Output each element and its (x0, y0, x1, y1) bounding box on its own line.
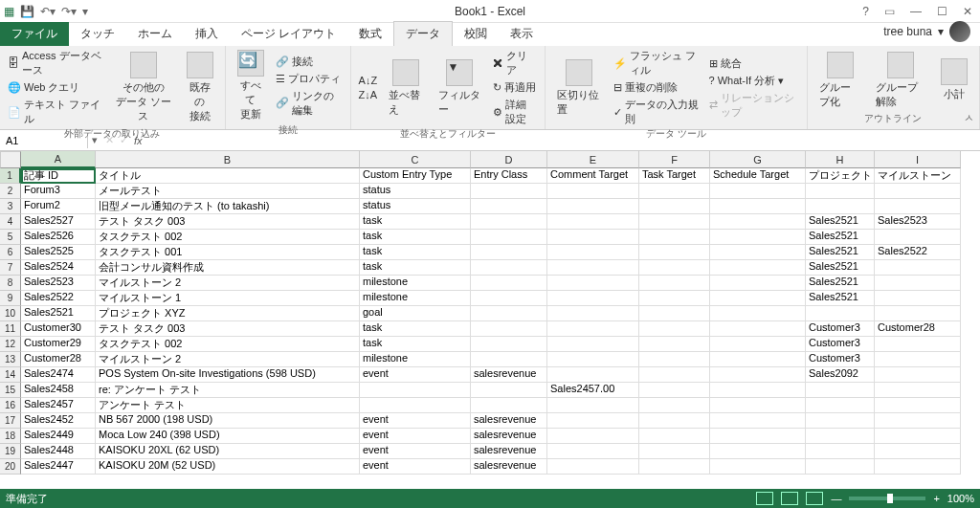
cell[interactable] (875, 367, 961, 383)
cell[interactable]: Sales2521 (21, 306, 96, 321)
cell[interactable] (639, 337, 710, 352)
zoom-out-button[interactable]: — (831, 493, 841, 504)
advanced-button[interactable]: ⚙詳細設定 (491, 97, 539, 127)
cell[interactable]: Forum3 (21, 184, 96, 199)
cell[interactable]: task (360, 214, 471, 230)
cell[interactable]: salesrevenue (471, 367, 547, 383)
cell[interactable]: event (360, 459, 471, 475)
tab-data[interactable]: データ (393, 21, 453, 46)
cell[interactable]: Customer28 (875, 321, 961, 337)
user-menu[interactable]: tree buna▾ (874, 17, 980, 46)
row-header[interactable]: 6 (0, 245, 21, 260)
cell[interactable]: Sales2521 (806, 245, 875, 260)
cell[interactable]: Sales2457 (21, 398, 96, 413)
cell[interactable] (547, 199, 639, 214)
zoom-level[interactable]: 100% (947, 493, 974, 504)
flash-fill-button[interactable]: ⚡フラッシュ フィル (612, 48, 703, 78)
cell[interactable] (806, 459, 875, 475)
cell[interactable]: task (360, 260, 471, 276)
relationship-button[interactable]: ⇄リレーションシップ (707, 90, 801, 121)
cell[interactable] (471, 306, 547, 321)
cell[interactable] (875, 429, 961, 444)
connections-button[interactable]: 🔗接続 (274, 54, 345, 70)
cell[interactable] (875, 276, 961, 291)
cell[interactable] (547, 352, 639, 367)
group-button[interactable]: グループ化 (813, 48, 866, 112)
cell[interactable] (471, 352, 547, 367)
cell[interactable] (710, 413, 806, 429)
cell[interactable] (639, 260, 710, 276)
consolidate-button[interactable]: ⊞統合 (707, 55, 801, 72)
cell[interactable]: task (360, 321, 471, 337)
cell[interactable]: Sales2523 (875, 214, 961, 230)
cell[interactable]: NB 567 2000 (198 USD) (96, 413, 360, 429)
cell[interactable] (547, 398, 639, 413)
cell[interactable]: アンケート テスト (96, 398, 360, 413)
cell[interactable]: Task Target (639, 168, 710, 184)
cell[interactable]: KAISOKU 20XL (62 USD) (96, 444, 360, 459)
cell[interactable]: Moca Low 240 (398 USD) (96, 429, 360, 444)
row-header[interactable]: 14 (0, 367, 21, 383)
qat-more-icon[interactable]: ▾ (82, 5, 88, 18)
cell[interactable] (710, 184, 806, 199)
cell[interactable] (875, 459, 961, 475)
cell[interactable]: Sales2525 (21, 245, 96, 260)
cell[interactable] (875, 291, 961, 306)
row-header[interactable]: 16 (0, 398, 21, 413)
cell[interactable] (471, 184, 547, 199)
maximize-icon[interactable]: ☐ (933, 5, 951, 18)
cell[interactable]: Sales2524 (21, 260, 96, 276)
page-break-view-button[interactable] (806, 492, 823, 505)
cell[interactable]: Entry Class (471, 168, 547, 184)
cell[interactable]: milestone (360, 291, 471, 306)
cell[interactable] (639, 291, 710, 306)
cell[interactable]: Sales2452 (21, 413, 96, 429)
cell[interactable]: goal (360, 306, 471, 321)
cell[interactable]: Sales2092 (806, 367, 875, 383)
cell[interactable]: Customer28 (21, 352, 96, 367)
tab-file[interactable]: ファイル (0, 22, 69, 46)
close-icon[interactable]: ✕ (959, 5, 976, 18)
cell[interactable] (639, 214, 710, 230)
cell[interactable] (471, 199, 547, 214)
cell[interactable] (710, 214, 806, 230)
ribbon-options-icon[interactable]: ▭ (880, 5, 899, 18)
cell[interactable] (710, 291, 806, 306)
cell[interactable] (471, 321, 547, 337)
cell[interactable] (710, 367, 806, 383)
existing-conn-button[interactable]: 既存の 接続 (181, 48, 219, 127)
cell[interactable]: re: アンケート テスト (96, 383, 360, 398)
row-header[interactable]: 8 (0, 276, 21, 291)
cell[interactable] (710, 398, 806, 413)
edit-links-button[interactable]: 🔗リンクの編集 (274, 88, 345, 119)
spreadsheet-grid[interactable]: 1234567891011121314151617181920ABCDEFGHI… (0, 151, 980, 492)
cell[interactable]: Customer30 (21, 321, 96, 337)
cell[interactable] (547, 444, 639, 459)
cell[interactable] (639, 398, 710, 413)
cell[interactable]: Custom Entry Type (360, 168, 471, 184)
cell[interactable] (710, 459, 806, 475)
text-file-button[interactable]: 📄テキスト ファイル (6, 97, 105, 127)
cell[interactable] (639, 413, 710, 429)
row-header[interactable]: 10 (0, 306, 21, 321)
cell[interactable]: Sales2527 (21, 214, 96, 230)
row-header[interactable]: 12 (0, 337, 21, 352)
cell[interactable] (710, 306, 806, 321)
sort-az-button[interactable]: A↓Z (357, 74, 380, 87)
cell[interactable]: Sales2521 (806, 230, 875, 245)
cell[interactable] (806, 398, 875, 413)
zoom-in-button[interactable]: + (933, 493, 939, 504)
cell[interactable]: event (360, 413, 471, 429)
tab-view[interactable]: 表示 (499, 22, 545, 46)
cell[interactable] (875, 413, 961, 429)
cell[interactable]: Sales2521 (806, 260, 875, 276)
zoom-slider[interactable] (849, 497, 925, 500)
cell[interactable]: 会計コンサル資料作成 (96, 260, 360, 276)
cell[interactable]: event (360, 367, 471, 383)
cell[interactable] (806, 306, 875, 321)
properties-button[interactable]: ☰プロパティ (274, 71, 345, 87)
cell[interactable] (471, 214, 547, 230)
row-header[interactable]: 2 (0, 184, 21, 199)
row-header[interactable]: 11 (0, 321, 21, 337)
row-header[interactable]: 7 (0, 260, 21, 276)
